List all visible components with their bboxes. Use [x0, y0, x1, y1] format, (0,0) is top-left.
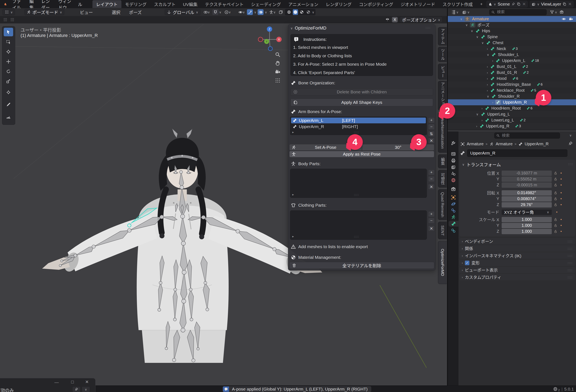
overlays-toggle[interactable]	[258, 9, 263, 15]
workspace-tab-geonodes[interactable]: ジオメトリノード	[397, 0, 439, 8]
list-clear-button[interactable]: ✕	[428, 226, 435, 231]
breadcrumb-object[interactable]: Armature	[467, 142, 484, 146]
expand-icon[interactable]: ▸	[292, 193, 294, 196]
outliner-row-upperarm-r[interactable]: › UpperArm_R	[448, 99, 576, 105]
workspace-tab-layout[interactable]: レイアウト	[92, 0, 121, 8]
chevron-down-icon[interactable]: ∨	[476, 35, 478, 38]
tool-rotate[interactable]	[4, 67, 13, 76]
outliner-row-bone[interactable]: › Bust_01_L 2	[448, 64, 576, 70]
npanel-tab-optimizeformd[interactable]: OptimizeForMD	[438, 241, 447, 284]
properties-search[interactable]	[494, 132, 560, 138]
lock-icon[interactable]	[554, 203, 557, 207]
render-camera-icon[interactable]	[569, 17, 573, 21]
tool-cursor[interactable]	[4, 47, 13, 56]
transform-header[interactable]: ∨ トランスフォーム	[462, 161, 501, 167]
section-bendy-bones[interactable]: › ベンディボーン::::	[459, 238, 575, 244]
chevron-down-icon[interactable]: ∨	[460, 17, 462, 21]
camera-view-icon[interactable]	[275, 69, 281, 75]
tab-render[interactable]	[450, 151, 457, 157]
display-mode-icon[interactable]	[462, 10, 466, 14]
chevron-down-icon[interactable]: ∨	[555, 11, 557, 14]
arm-bone-row[interactable]: UpperArm_L [LEFT]	[291, 118, 426, 123]
mode-dropdown[interactable]: ポーズモード ∨	[25, 9, 64, 15]
npanel-tab-plasticity[interactable]: 可塑性	[438, 170, 447, 188]
expand-icon[interactable]: ▸	[292, 235, 294, 238]
animate-dot-icon[interactable]: •	[560, 229, 562, 234]
outliner-row-bone[interactable]: › LowerLeg_L 2	[448, 117, 576, 123]
filter-dropdown-button[interactable]: ∨	[82, 387, 90, 392]
zoom-icon[interactable]	[275, 52, 281, 57]
gizmo-toggle[interactable]	[247, 9, 253, 15]
proportional-edit-button[interactable]: ∨	[224, 9, 232, 15]
workspace-tab-compositing[interactable]: コンポジティング	[355, 0, 397, 8]
visibility-eye-icon[interactable]	[562, 17, 566, 21]
tab-world[interactable]	[450, 177, 457, 183]
tool-annotate[interactable]	[4, 100, 13, 109]
chevron-right-icon[interactable]: ›	[487, 83, 488, 86]
outliner-row-bone[interactable]: › HoodStrings_Base 6	[448, 81, 576, 87]
chevron-down-icon[interactable]: ∨	[569, 134, 572, 137]
arm-bone-row[interactable]: UpperArm_R [RIGHT]	[291, 124, 426, 130]
shading-rendered-button[interactable]	[305, 9, 311, 15]
body-parts-list[interactable]: ▸ ::::	[290, 169, 427, 198]
resize-grip-icon[interactable]: ::::	[354, 131, 359, 134]
workspace-tab-rendering[interactable]: レンダリング	[322, 0, 355, 8]
location-y-field[interactable]: 0.55052 m	[502, 177, 552, 182]
pan-hand-icon[interactable]	[275, 60, 281, 66]
section-deform[interactable]: › ✓ 変形::::	[459, 260, 575, 266]
shading-solid-button[interactable]	[293, 9, 298, 15]
delete-bone-button[interactable]: Delete Bone with Children	[290, 88, 433, 96]
section-ik[interactable]: › インバースキネマティクス (IK)::::	[459, 252, 575, 259]
tab-bone-constraint[interactable]	[450, 228, 457, 234]
menu-select[interactable]: 選択	[109, 9, 124, 15]
outliner-row-bone[interactable]: › Bust_01_R 2	[448, 70, 576, 76]
lock-icon[interactable]	[554, 177, 557, 181]
lock-icon[interactable]	[554, 230, 557, 233]
scale-z-field[interactable]: 1.000	[502, 229, 552, 234]
outliner-row-pose[interactable]: ∨ ポーズ	[448, 22, 576, 28]
outliner-row-bone[interactable]: › Necklace_Root 5	[448, 87, 576, 93]
lock-icon[interactable]	[554, 218, 557, 221]
animate-dot-icon[interactable]: •	[560, 223, 562, 228]
list-add-button[interactable]: +	[428, 170, 435, 175]
menu-view[interactable]: ビュー	[77, 9, 96, 15]
tool-tweak[interactable]	[4, 28, 13, 36]
chevron-right-icon[interactable]: ›	[482, 119, 483, 122]
breadcrumb-bone[interactable]: UpperArm_R	[525, 142, 549, 146]
chevron-down-icon[interactable]: ∨	[467, 11, 470, 14]
tab-object-data[interactable]	[450, 214, 457, 220]
workspace-tab-shading[interactable]: シェーディング	[247, 0, 285, 8]
shading-wireframe-button[interactable]	[286, 9, 292, 15]
workspace-tab-animation[interactable]: アニメーション	[285, 0, 322, 8]
animate-dot-icon[interactable]: •	[560, 217, 562, 222]
outliner-row-bone[interactable]: › HoodHem_Root 6	[448, 105, 576, 111]
section-custom-properties[interactable]: › カスタムプロパティ::::	[459, 274, 575, 280]
scale-x-field[interactable]: 1.000	[502, 217, 552, 222]
npanel-tab-edit[interactable]: 編集	[438, 154, 447, 168]
lock-icon[interactable]	[554, 197, 557, 201]
list-remove-button[interactable]: −	[428, 176, 435, 182]
apply-rest-pose-button[interactable]: Apply as Rest Pose	[289, 151, 434, 157]
tab-scene[interactable]	[450, 171, 457, 177]
list-add-button[interactable]: +	[428, 117, 435, 123]
animate-dot-icon[interactable]: •	[560, 196, 562, 201]
chevron-down-icon[interactable]: ∨	[471, 29, 473, 32]
outliner-row-bone[interactable]: ∨ Chest	[448, 40, 576, 46]
rotation-x-field[interactable]: 0.014982°	[502, 190, 552, 196]
new-viewlayer-icon[interactable]	[563, 2, 566, 6]
ortho-grid-icon[interactable]	[275, 78, 281, 83]
list-add-button[interactable]: +	[428, 211, 435, 217]
workspace-tab-uv[interactable]: UV編集	[179, 0, 201, 8]
breadcrumb-armature[interactable]: Armature	[496, 142, 513, 146]
chevron-down-icon[interactable]: ∨	[265, 11, 267, 14]
list-remove-button[interactable]: −	[428, 218, 435, 224]
outliner-row-bone[interactable]: › Neck 3	[448, 46, 576, 52]
animate-dot-icon[interactable]: •	[560, 171, 562, 176]
deform-checkbox[interactable]: ✓	[465, 261, 469, 265]
tool-transform[interactable]	[4, 88, 13, 97]
rotation-z-field[interactable]: 29.76°	[502, 202, 552, 208]
list-clear-button[interactable]: ✕	[428, 184, 435, 190]
clothing-parts-list[interactable]: ▸ ::::	[290, 210, 427, 240]
outliner-row-bone[interactable]: ∨ Hips	[448, 28, 576, 34]
add-workspace-button[interactable]: +	[476, 1, 486, 7]
